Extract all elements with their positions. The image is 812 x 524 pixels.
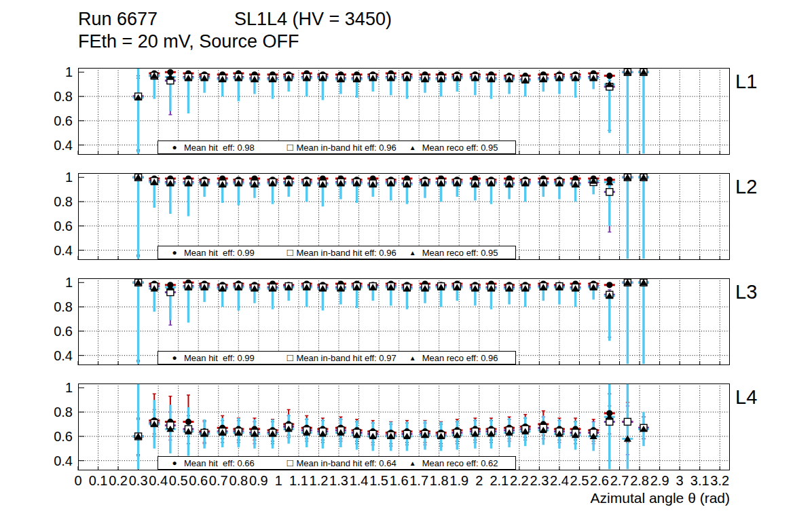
x-axis-tick-label: 1.1 bbox=[289, 473, 308, 488]
y-axis-tick-label: 0.8 bbox=[54, 89, 73, 104]
filled-circle-icon: ● bbox=[165, 458, 184, 468]
legend-label: Mean reco eff: 0.95 bbox=[422, 248, 498, 258]
open-square-icon: □ bbox=[284, 353, 296, 363]
legend-label: Mean hit eff: 0.99 bbox=[184, 248, 255, 258]
legend-label: Mean hit eff: 0.66 bbox=[184, 458, 255, 468]
y-axis-tick-label: 1 bbox=[65, 170, 73, 185]
filled-triangle-icon: ▲ bbox=[403, 354, 422, 362]
x-axis-tick-label: 1.2 bbox=[310, 473, 329, 488]
y-axis-tick-label: 0.6 bbox=[54, 219, 73, 233]
subtitle: FEth = 20 mV, Source OFF bbox=[78, 31, 299, 52]
y-axis-tick-label: 0.4 bbox=[54, 348, 73, 363]
legend-entry: □Mean in-band hit eff: 0.96 bbox=[277, 143, 396, 153]
legend-entry: ▲Mean reco eff: 0.95 bbox=[396, 143, 515, 153]
legend-entry: ●Mean hit eff: 0.98 bbox=[158, 143, 277, 153]
y-axis-tick-label: 0.8 bbox=[54, 405, 73, 419]
legend-label: Mean in-band hit eff: 0.96 bbox=[296, 143, 396, 153]
y-axis-tick-label: 0.8 bbox=[54, 299, 73, 314]
x-axis-tick-label: 0.5 bbox=[169, 473, 188, 488]
filled-circle-icon: ● bbox=[165, 353, 184, 362]
legend-entry: ●Mean hit eff: 0.66 bbox=[158, 458, 277, 468]
y-axis-tick-labels: 10.80.60.4 bbox=[54, 380, 73, 468]
x-axis-title: Azimutal angle θ (rad) bbox=[591, 490, 730, 506]
x-axis-tick-label: 0.3 bbox=[129, 473, 148, 488]
x-axis-tick-label: 0.2 bbox=[109, 473, 128, 488]
legend-box-l2: ●Mean hit eff: 0.99□Mean in-band hit eff… bbox=[158, 246, 516, 259]
x-axis-tick-label: 2.1 bbox=[490, 473, 509, 488]
x-axis-tick-label: 2 bbox=[475, 473, 483, 488]
y-axis-tick-labels: 10.80.60.4 bbox=[54, 170, 73, 257]
y-axis-tick-label: 0.8 bbox=[54, 194, 73, 209]
legend-entry: ●Mean hit eff: 0.99 bbox=[158, 353, 277, 363]
x-axis-tick-label: 1.3 bbox=[329, 473, 348, 488]
x-axis-tick-label: 0.1 bbox=[89, 473, 108, 488]
legend-entry: ▲Mean reco eff: 0.62 bbox=[396, 458, 515, 468]
x-axis-tick-label: 0.9 bbox=[249, 473, 268, 488]
legend-entry: □Mean in-band hit eff: 0.64 bbox=[277, 458, 396, 468]
y-axis-tick-label: 0.6 bbox=[54, 429, 73, 444]
x-axis-tick-label: 3.2 bbox=[710, 473, 729, 488]
filled-circle-icon: ● bbox=[165, 248, 184, 257]
open-square-icon: □ bbox=[284, 143, 296, 153]
x-axis-tick-label: 2.7 bbox=[610, 473, 629, 488]
y-axis-tick-label: 0.4 bbox=[54, 138, 73, 153]
legend-entry: ●Mean hit eff: 0.99 bbox=[158, 248, 277, 258]
x-axis-tick-label: 1.8 bbox=[430, 473, 449, 488]
panel-label-l4: L4 bbox=[735, 386, 757, 409]
y-axis-tick-label: 1 bbox=[65, 275, 73, 290]
y-axis-tick-label: 0.4 bbox=[54, 243, 73, 258]
y-axis-tick-label: 1 bbox=[65, 380, 73, 395]
legend-entry: □Mean in-band hit eff: 0.96 bbox=[277, 248, 396, 258]
legend-box-l1: ●Mean hit eff: 0.98□Mean in-band hit eff… bbox=[158, 141, 516, 154]
x-axis-tick-label: 1.5 bbox=[369, 473, 388, 488]
x-axis-tick-label: 1.4 bbox=[350, 473, 369, 488]
x-axis-tick-label: 2.5 bbox=[570, 473, 589, 488]
x-axis-tick-label: 1.6 bbox=[390, 473, 409, 488]
x-axis-tick-label: 2.8 bbox=[630, 473, 649, 488]
y-axis-tick-label: 0.6 bbox=[54, 324, 73, 339]
legend-label: Mean hit eff: 0.99 bbox=[184, 353, 255, 363]
x-axis-tick-label: 1.9 bbox=[449, 473, 468, 488]
x-axis-tick-label: 1.7 bbox=[409, 473, 428, 488]
x-axis-tick-label: 2.4 bbox=[550, 473, 569, 488]
y-axis-tick-labels: 10.80.60.4 bbox=[54, 275, 73, 362]
filled-triangle-icon: ▲ bbox=[403, 249, 422, 257]
legend-box-l4: ●Mean hit eff: 0.66□Mean in-band hit eff… bbox=[158, 456, 516, 470]
x-axis-tick-label: 2.2 bbox=[510, 473, 529, 488]
panel-label-l2: L2 bbox=[735, 176, 757, 198]
legend-entry: ▲Mean reco eff: 0.96 bbox=[396, 353, 515, 363]
x-axis-tick-label: 0.6 bbox=[189, 473, 208, 488]
filled-triangle-icon: ▲ bbox=[403, 144, 422, 151]
x-axis-tick-label: 3.1 bbox=[690, 473, 709, 488]
legend-box-l3: ●Mean hit eff: 0.99□Mean in-band hit eff… bbox=[158, 351, 516, 364]
filled-triangle-icon: ▲ bbox=[403, 460, 422, 467]
legend-label: Mean in-band hit eff: 0.97 bbox=[296, 353, 396, 363]
x-axis-tick-label: 2.3 bbox=[530, 473, 549, 488]
x-axis-tick-label: 2.9 bbox=[650, 473, 669, 488]
filled-circle-icon: ● bbox=[165, 143, 184, 152]
x-axis-tick-label: 0.4 bbox=[149, 473, 168, 488]
open-square-icon: □ bbox=[284, 458, 296, 468]
root-canvas: Run 6677 SL1L4 (HV = 3450) FEth = 20 mV,… bbox=[0, 0, 812, 524]
x-axis-tick-label: 0.8 bbox=[229, 473, 248, 488]
run-title: Run 6677 bbox=[78, 9, 158, 29]
legend-label: Mean hit eff: 0.98 bbox=[184, 143, 255, 153]
y-axis-tick-label: 1 bbox=[65, 64, 73, 79]
legend-label: Mean reco eff: 0.62 bbox=[422, 458, 498, 468]
panel-label-l1: L1 bbox=[735, 71, 757, 93]
y-axis-tick-label: 0.4 bbox=[54, 453, 73, 468]
x-axis-tick-label: 2.6 bbox=[590, 473, 609, 488]
x-axis-tick-label: 0 bbox=[74, 473, 81, 488]
legend-label: Mean in-band hit eff: 0.96 bbox=[296, 248, 396, 258]
legend-label: Mean reco eff: 0.96 bbox=[422, 353, 498, 363]
y-axis-tick-label: 0.6 bbox=[54, 113, 73, 128]
x-axis-tick-label: 0.7 bbox=[209, 473, 228, 488]
x-axis-tick-label: 1 bbox=[275, 473, 282, 488]
x-axis-tick-label: 3 bbox=[676, 473, 684, 488]
legend-label: Mean in-band hit eff: 0.64 bbox=[296, 458, 396, 468]
legend-label: Mean reco eff: 0.95 bbox=[422, 143, 498, 153]
legend-entry: ▲Mean reco eff: 0.95 bbox=[396, 248, 515, 258]
open-square-icon: □ bbox=[284, 248, 296, 258]
y-axis-tick-labels: 10.80.60.4 bbox=[54, 64, 73, 152]
panel-label-l3: L3 bbox=[735, 281, 757, 303]
